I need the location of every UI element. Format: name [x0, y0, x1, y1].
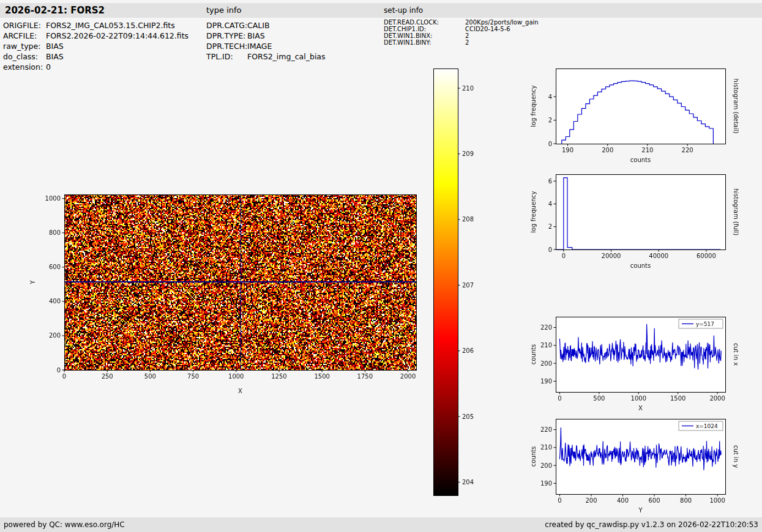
tick-label: 200 [540, 360, 552, 367]
tick-label: 2000 [709, 395, 725, 402]
tick-label: 750 [187, 373, 199, 380]
tick-label: 1000 [631, 395, 646, 402]
histogram_detail-right-label: histogram (detail) [733, 79, 739, 134]
tick-label: 209 [462, 150, 474, 157]
tick-label: 1500 [670, 395, 685, 402]
tick-label: 800 [49, 229, 61, 236]
cut_in_x-ylabel: counts [530, 344, 537, 364]
qc-report-page: 2026-02-21: FORS2 type info set-up info … [0, 0, 762, 532]
tick-label: 250 [102, 373, 113, 380]
tick-label: 210 [462, 85, 474, 92]
footer-right-text: created by qc_rawdisp.py v1.2.3 on 2026-… [545, 517, 758, 532]
tick-label: 200 [49, 332, 61, 339]
cut_in_y-right-label: cut in y [733, 445, 739, 468]
cut_in_y-ylabel: counts [530, 446, 537, 467]
tick-label: 210 [540, 342, 552, 349]
histogram_full-xlabel: counts [630, 262, 651, 269]
tick-label: 190 [540, 480, 552, 487]
tick-label: 0 [62, 373, 66, 380]
tick-label: 800 [680, 497, 692, 504]
tick-label: 600 [49, 264, 61, 270]
tick-label: 4 [548, 201, 552, 207]
tick-label: 210 [540, 444, 552, 451]
tick-label: 2 [548, 117, 552, 124]
tick-label: 1000 [709, 497, 725, 504]
tick-label: 200 [602, 147, 613, 153]
histogram_detail-xlabel: counts [630, 157, 651, 163]
tick-label: 500 [593, 395, 605, 402]
tick-label: 2000 [400, 373, 416, 380]
tick-label: 190 [540, 378, 552, 385]
tick-label: 206 [462, 347, 474, 354]
tick-label: 0 [558, 497, 561, 504]
tick-label: 1750 [357, 373, 373, 380]
tick-label: 0 [548, 141, 552, 147]
tick-label: 400 [617, 497, 629, 504]
bias_image-frame [65, 195, 417, 371]
footer-bar: powered by QC: www.eso.org/HC created by… [0, 517, 762, 532]
tick-label: 4 [548, 94, 552, 100]
tick-label: 1000 [228, 373, 244, 380]
histogram_full-ylabel: log frequency [530, 191, 537, 233]
histogram_detail-background [556, 68, 725, 144]
tick-label: 210 [641, 147, 653, 153]
tick-label: 1000 [45, 195, 61, 202]
tick-label: 207 [462, 282, 474, 289]
tick-label: 500 [144, 373, 156, 380]
tick-label: 205 [462, 413, 474, 420]
histogram_full-background [556, 174, 725, 249]
bias_image-xlabel: X [238, 388, 242, 394]
plots-layer: 2042052062072082092100250500750100012501… [0, 0, 762, 532]
tick-label: 190 [562, 147, 573, 153]
tick-label: 0 [548, 246, 552, 253]
tick-label: 0 [558, 395, 561, 402]
cut_in_y-xlabel: Y [638, 507, 643, 514]
tick-label: 6 [548, 178, 552, 185]
tick-label: 600 [648, 497, 660, 504]
tick-label: 220 [540, 324, 552, 331]
tick-label: 204 [462, 479, 474, 486]
tick-label: 200 [585, 497, 597, 504]
tick-label: 20000 [602, 253, 621, 259]
histogram_detail-ylabel: log frequency [530, 85, 537, 127]
tick-label: 60000 [697, 253, 716, 259]
tick-label: 220 [682, 147, 693, 153]
tick-label: 40000 [649, 253, 668, 259]
footer-left-text: powered by QC: www.eso.org/HC [4, 517, 125, 532]
cut_in_x-right-label: cut in x [733, 343, 739, 366]
tick-label: 208 [462, 216, 474, 223]
tick-label: 1500 [314, 373, 329, 380]
tick-label: 200 [540, 462, 552, 469]
tick-label: 0 [562, 253, 566, 259]
cut_in_x-xlabel: X [638, 405, 643, 412]
tick-label: 2 [548, 223, 552, 230]
tick-label: 1250 [271, 373, 286, 380]
tick-label: 400 [49, 298, 61, 305]
tick-label: 0 [57, 367, 61, 374]
cut_in_y-legend-label: x=1024 [696, 423, 718, 429]
cut_in_x-legend-label: y=517 [696, 321, 714, 327]
tick-label: 220 [540, 426, 552, 433]
histogram_full-right-label: histogram (full) [733, 188, 739, 235]
bias_image-ylabel: Y [29, 280, 36, 285]
colorbar-frame [434, 69, 458, 496]
